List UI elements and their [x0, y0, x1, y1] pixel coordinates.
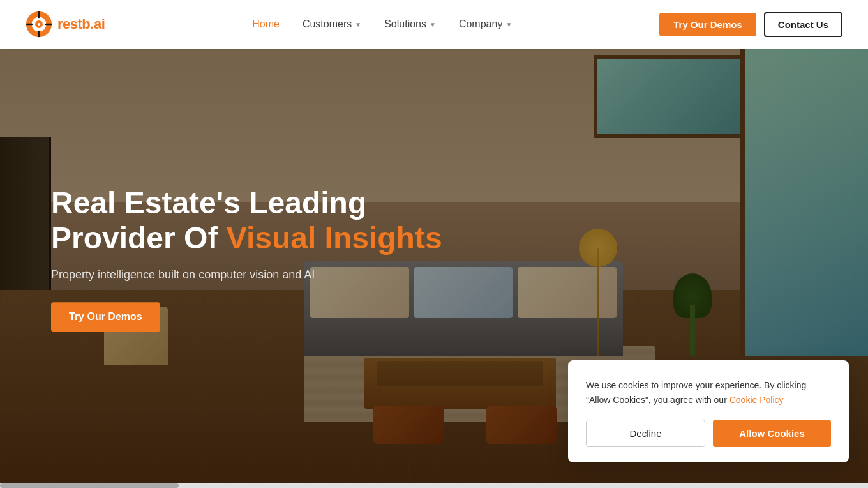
hero-content: Real Estate's Leading Provider Of Visual…	[51, 185, 447, 332]
contact-us-button[interactable]: Contact Us	[764, 12, 842, 37]
scrollbar-container	[0, 483, 868, 488]
cookie-banner: We use cookies to improve your experienc…	[568, 360, 849, 462]
try-demos-button[interactable]: Try Our Demos	[659, 13, 756, 36]
customers-chevron-icon: ▼	[355, 21, 361, 28]
hero-title: Real Estate's Leading Provider Of Visual…	[51, 185, 447, 255]
cookie-policy-link[interactable]: Cookie Policy	[730, 395, 784, 405]
cookie-buttons: Decline Allow Cookies	[586, 420, 831, 447]
nav-home[interactable]: Home	[252, 19, 280, 30]
allow-cookies-button[interactable]: Allow Cookies	[713, 420, 831, 447]
logo[interactable]: restb.ai	[26, 11, 105, 38]
cookie-text: We use cookies to improve your experienc…	[586, 378, 831, 407]
nav-links: Home Customers ▼ Solutions ▼ Company ▼	[252, 19, 512, 30]
logo-text: restb.ai	[57, 16, 105, 33]
navbar: restb.ai Home Customers ▼ Solutions ▼ Co…	[0, 0, 868, 49]
solutions-chevron-icon: ▼	[430, 21, 436, 28]
nav-company[interactable]: Company ▼	[459, 19, 512, 30]
scrollbar-thumb[interactable]	[0, 483, 179, 488]
company-chevron-icon: ▼	[505, 21, 512, 28]
logo-icon	[26, 11, 52, 38]
decline-button[interactable]: Decline	[586, 420, 705, 447]
nav-solutions[interactable]: Solutions ▼	[384, 19, 436, 30]
hero-cta-button[interactable]: Try Our Demos	[51, 303, 160, 332]
navbar-actions: Try Our Demos Contact Us	[659, 12, 842, 37]
nav-customers[interactable]: Customers ▼	[303, 19, 361, 30]
svg-point-3	[38, 23, 40, 26]
hero-subtitle: Property intelligence built on computer …	[51, 269, 447, 282]
